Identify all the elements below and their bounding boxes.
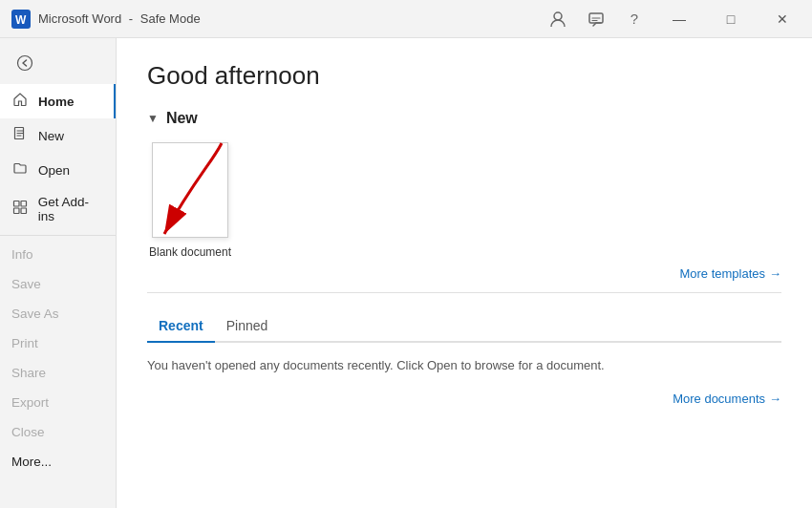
title-bar-left: W Microsoft Word - Safe Mode: [11, 10, 201, 29]
tabs-row: Recent Pinned: [147, 312, 781, 343]
sidebar-item-more-label: More...: [11, 455, 52, 469]
user-icon[interactable]: [543, 4, 573, 34]
minimize-button[interactable]: —: [657, 4, 701, 34]
sidebar-item-saveas-label: Save As: [11, 307, 59, 321]
sidebar-item-info: Info: [0, 240, 116, 269]
sidebar: Home New Open: [0, 38, 117, 508]
sidebar-item-info-label: Info: [11, 247, 33, 262]
title-bar: W Microsoft Word - Safe Mode ? — □: [0, 0, 812, 38]
maximize-button[interactable]: □: [709, 4, 753, 34]
more-documents-link[interactable]: More documents →: [673, 392, 781, 406]
sidebar-item-new-label: New: [38, 129, 64, 143]
svg-text:W: W: [15, 13, 27, 27]
blank-document-label: Blank document: [149, 245, 231, 259]
help-icon[interactable]: ?: [619, 4, 650, 34]
addins-icon: [11, 200, 29, 219]
more-templates-row: More templates →: [147, 266, 781, 293]
sidebar-item-share: Share: [0, 358, 116, 388]
tab-pinned[interactable]: Pinned: [215, 312, 280, 343]
sidebar-item-save-label: Save: [11, 277, 41, 291]
sidebar-item-export-label: Export: [11, 395, 49, 410]
home-icon: [11, 92, 29, 111]
svg-point-4: [18, 56, 32, 71]
title-bar-icons: ? — □ ✕: [543, 4, 804, 34]
sidebar-item-home-label: Home: [38, 95, 75, 109]
blank-document-template[interactable]: Blank document: [147, 142, 233, 259]
open-icon: [11, 160, 29, 180]
back-button[interactable]: [8, 46, 42, 80]
close-button[interactable]: ✕: [760, 4, 804, 34]
new-icon: [11, 126, 29, 145]
feedback-icon[interactable]: [581, 4, 611, 34]
svg-point-2: [554, 12, 562, 20]
svg-rect-6: [13, 201, 19, 207]
svg-rect-9: [21, 208, 27, 214]
sidebar-item-close-label: Close: [11, 425, 45, 439]
sidebar-item-print-label: Print: [11, 336, 38, 350]
blank-document-thumb: [152, 142, 228, 238]
sidebar-divider: [0, 235, 116, 236]
more-templates-link[interactable]: More templates →: [679, 266, 781, 281]
svg-rect-7: [21, 201, 27, 207]
empty-state-text: You haven't opened any documents recentl…: [147, 358, 781, 372]
sidebar-item-open[interactable]: Open: [0, 153, 116, 187]
sidebar-item-saveas: Save As: [0, 299, 116, 328]
sidebar-item-addins[interactable]: Get Add-ins: [0, 187, 116, 231]
sidebar-item-export: Export: [0, 388, 116, 417]
sidebar-item-new[interactable]: New: [0, 118, 116, 153]
sidebar-item-home[interactable]: Home: [0, 84, 116, 118]
new-section-title: New: [166, 110, 198, 127]
main-content: Good afternoon ▼ New Blank document More…: [117, 38, 812, 508]
sidebar-item-save: Save: [0, 269, 116, 299]
more-documents-row: More documents →: [147, 392, 781, 406]
new-section-header: ▼ New: [147, 110, 781, 127]
app-title: Microsoft Word - Safe Mode: [38, 11, 201, 26]
sidebar-item-print: Print: [0, 328, 116, 358]
sidebar-item-addins-label: Get Add-ins: [38, 195, 104, 223]
section-toggle-icon[interactable]: ▼: [147, 112, 159, 125]
app-body: Home New Open: [0, 38, 812, 508]
sidebar-item-close: Close: [0, 417, 116, 447]
sidebar-item-share-label: Share: [11, 366, 46, 380]
templates-area: Blank document: [147, 142, 781, 259]
sidebar-item-open-label: Open: [38, 163, 70, 178]
greeting-heading: Good afternoon: [147, 61, 781, 91]
sidebar-item-more[interactable]: More...: [0, 447, 116, 476]
word-icon: W: [11, 10, 31, 29]
svg-rect-8: [13, 208, 19, 214]
tab-recent[interactable]: Recent: [147, 312, 215, 343]
